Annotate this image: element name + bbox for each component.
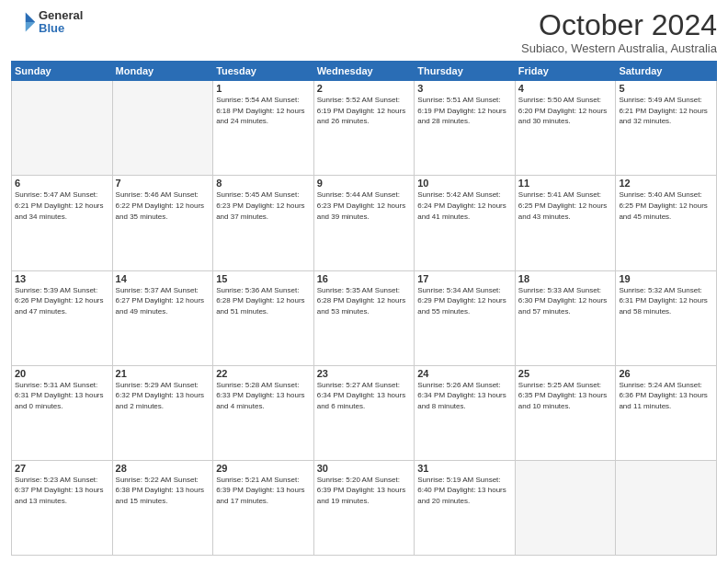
day-number: 19	[619, 273, 713, 284]
calendar-week-3: 13Sunrise: 5:39 AM Sunset: 6:26 PM Dayli…	[12, 270, 717, 365]
calendar-cell: 23Sunrise: 5:27 AM Sunset: 6:34 PM Dayli…	[313, 365, 415, 460]
day-info: Sunrise: 5:20 AM Sunset: 6:39 PM Dayligh…	[317, 475, 412, 507]
col-wednesday: Wednesday	[313, 62, 415, 81]
day-number: 17	[417, 273, 512, 284]
calendar-cell: 28Sunrise: 5:22 AM Sunset: 6:38 PM Dayli…	[112, 460, 213, 555]
day-info: Sunrise: 5:32 AM Sunset: 6:31 PM Dayligh…	[619, 285, 713, 317]
calendar-cell: 13Sunrise: 5:39 AM Sunset: 6:26 PM Dayli…	[12, 270, 113, 365]
calendar-week-4: 20Sunrise: 5:31 AM Sunset: 6:31 PM Dayli…	[12, 365, 717, 460]
logo-text: General Blue	[39, 9, 83, 36]
calendar-table: Sunday Monday Tuesday Wednesday Thursday…	[11, 61, 717, 556]
day-number: 5	[619, 83, 713, 94]
calendar-cell: 2Sunrise: 5:52 AM Sunset: 6:19 PM Daylig…	[313, 81, 415, 176]
day-info: Sunrise: 5:52 AM Sunset: 6:19 PM Dayligh…	[317, 95, 412, 127]
day-info: Sunrise: 5:54 AM Sunset: 6:18 PM Dayligh…	[216, 95, 311, 127]
calendar-cell	[616, 460, 717, 555]
day-info: Sunrise: 5:31 AM Sunset: 6:31 PM Dayligh…	[15, 380, 109, 412]
day-info: Sunrise: 5:34 AM Sunset: 6:29 PM Dayligh…	[417, 285, 512, 317]
day-info: Sunrise: 5:42 AM Sunset: 6:24 PM Dayligh…	[417, 190, 512, 222]
col-friday: Friday	[515, 62, 616, 81]
logo-icon	[11, 9, 37, 35]
calendar-cell: 6Sunrise: 5:47 AM Sunset: 6:21 PM Daylig…	[12, 176, 113, 270]
day-number: 16	[317, 273, 412, 284]
day-info: Sunrise: 5:36 AM Sunset: 6:28 PM Dayligh…	[216, 285, 311, 317]
calendar-cell: 17Sunrise: 5:34 AM Sunset: 6:29 PM Dayli…	[415, 270, 516, 365]
location: Subiaco, Western Australia, Australia	[521, 41, 717, 55]
day-info: Sunrise: 5:46 AM Sunset: 6:22 PM Dayligh…	[116, 190, 210, 222]
col-thursday: Thursday	[415, 62, 516, 81]
logo: General Blue	[11, 9, 83, 36]
day-number: 8	[216, 178, 311, 189]
calendar-cell: 9Sunrise: 5:44 AM Sunset: 6:23 PM Daylig…	[313, 176, 415, 270]
col-sunday: Sunday	[12, 62, 113, 81]
calendar-cell: 3Sunrise: 5:51 AM Sunset: 6:19 PM Daylig…	[415, 81, 516, 176]
day-number: 10	[417, 178, 512, 189]
calendar-cell: 29Sunrise: 5:21 AM Sunset: 6:39 PM Dayli…	[213, 460, 314, 555]
day-number: 23	[317, 368, 412, 379]
day-info: Sunrise: 5:47 AM Sunset: 6:21 PM Dayligh…	[15, 190, 109, 222]
day-number: 1	[216, 83, 311, 94]
day-number: 20	[15, 368, 109, 379]
day-info: Sunrise: 5:44 AM Sunset: 6:23 PM Dayligh…	[317, 190, 412, 222]
day-info: Sunrise: 5:22 AM Sunset: 6:38 PM Dayligh…	[116, 475, 210, 507]
day-number: 21	[116, 368, 210, 379]
day-info: Sunrise: 5:21 AM Sunset: 6:39 PM Dayligh…	[216, 475, 311, 507]
day-number: 26	[619, 368, 713, 379]
day-info: Sunrise: 5:24 AM Sunset: 6:36 PM Dayligh…	[619, 380, 713, 412]
calendar-cell: 4Sunrise: 5:50 AM Sunset: 6:20 PM Daylig…	[515, 81, 616, 176]
calendar-cell	[12, 81, 113, 176]
svg-marker-1	[26, 22, 36, 32]
calendar-week-5: 27Sunrise: 5:23 AM Sunset: 6:37 PM Dayli…	[12, 460, 717, 555]
logo-blue: Blue	[39, 22, 83, 35]
header: General Blue October 2024 Subiaco, Weste…	[11, 9, 717, 55]
title-block: October 2024 Subiaco, Western Australia,…	[521, 9, 717, 55]
day-number: 3	[417, 83, 512, 94]
calendar-cell: 18Sunrise: 5:33 AM Sunset: 6:30 PM Dayli…	[515, 270, 616, 365]
day-number: 30	[317, 463, 412, 474]
day-info: Sunrise: 5:40 AM Sunset: 6:25 PM Dayligh…	[619, 190, 713, 222]
day-info: Sunrise: 5:33 AM Sunset: 6:30 PM Dayligh…	[518, 285, 613, 317]
calendar-cell: 12Sunrise: 5:40 AM Sunset: 6:25 PM Dayli…	[616, 176, 717, 270]
calendar-cell: 20Sunrise: 5:31 AM Sunset: 6:31 PM Dayli…	[12, 365, 113, 460]
day-number: 18	[518, 273, 613, 284]
day-number: 2	[317, 83, 412, 94]
calendar-cell: 30Sunrise: 5:20 AM Sunset: 6:39 PM Dayli…	[313, 460, 415, 555]
day-info: Sunrise: 5:26 AM Sunset: 6:34 PM Dayligh…	[417, 380, 512, 412]
day-number: 12	[619, 178, 713, 189]
calendar-cell: 11Sunrise: 5:41 AM Sunset: 6:25 PM Dayli…	[515, 176, 616, 270]
day-info: Sunrise: 5:19 AM Sunset: 6:40 PM Dayligh…	[417, 475, 512, 507]
page: General Blue October 2024 Subiaco, Weste…	[0, 0, 728, 563]
calendar-cell: 14Sunrise: 5:37 AM Sunset: 6:27 PM Dayli…	[112, 270, 213, 365]
calendar-cell: 8Sunrise: 5:45 AM Sunset: 6:23 PM Daylig…	[213, 176, 314, 270]
calendar-cell: 10Sunrise: 5:42 AM Sunset: 6:24 PM Dayli…	[415, 176, 516, 270]
col-tuesday: Tuesday	[213, 62, 314, 81]
day-info: Sunrise: 5:23 AM Sunset: 6:37 PM Dayligh…	[15, 475, 109, 507]
day-number: 31	[417, 463, 512, 474]
day-number: 14	[116, 273, 210, 284]
day-info: Sunrise: 5:37 AM Sunset: 6:27 PM Dayligh…	[116, 285, 210, 317]
calendar-cell: 19Sunrise: 5:32 AM Sunset: 6:31 PM Dayli…	[616, 270, 717, 365]
day-number: 29	[216, 463, 311, 474]
calendar-cell: 24Sunrise: 5:26 AM Sunset: 6:34 PM Dayli…	[415, 365, 516, 460]
col-saturday: Saturday	[616, 62, 717, 81]
day-info: Sunrise: 5:50 AM Sunset: 6:20 PM Dayligh…	[518, 95, 613, 127]
day-info: Sunrise: 5:25 AM Sunset: 6:35 PM Dayligh…	[518, 380, 613, 412]
day-number: 22	[216, 368, 311, 379]
day-number: 11	[518, 178, 613, 189]
day-info: Sunrise: 5:27 AM Sunset: 6:34 PM Dayligh…	[317, 380, 412, 412]
day-info: Sunrise: 5:51 AM Sunset: 6:19 PM Dayligh…	[417, 95, 512, 127]
calendar-cell: 7Sunrise: 5:46 AM Sunset: 6:22 PM Daylig…	[112, 176, 213, 270]
calendar-week-1: 1Sunrise: 5:54 AM Sunset: 6:18 PM Daylig…	[12, 81, 717, 176]
day-number: 4	[518, 83, 613, 94]
day-number: 27	[15, 463, 109, 474]
calendar-cell: 25Sunrise: 5:25 AM Sunset: 6:35 PM Dayli…	[515, 365, 616, 460]
day-number: 7	[116, 178, 210, 189]
logo-general: General	[39, 9, 83, 22]
day-number: 15	[216, 273, 311, 284]
day-number: 13	[15, 273, 109, 284]
calendar-cell: 15Sunrise: 5:36 AM Sunset: 6:28 PM Dayli…	[213, 270, 314, 365]
col-monday: Monday	[112, 62, 213, 81]
calendar-cell: 27Sunrise: 5:23 AM Sunset: 6:37 PM Dayli…	[12, 460, 113, 555]
day-number: 28	[116, 463, 210, 474]
day-info: Sunrise: 5:35 AM Sunset: 6:28 PM Dayligh…	[317, 285, 412, 317]
